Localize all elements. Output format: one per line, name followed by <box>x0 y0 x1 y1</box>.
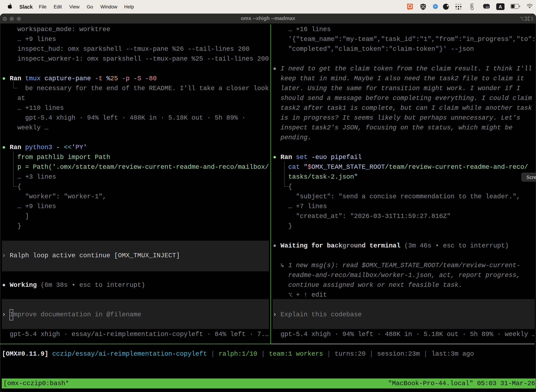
svg-text:A: A <box>498 4 502 9</box>
svg-text:..61: ..61 <box>484 6 489 9</box>
